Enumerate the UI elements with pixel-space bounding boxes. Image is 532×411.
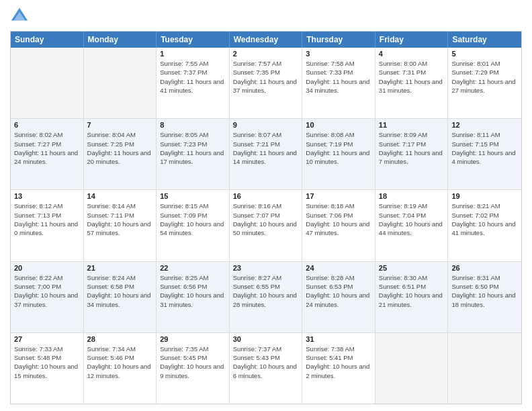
day-number: 30 (233, 335, 299, 343)
calendar-cell-16: 16Sunrise: 8:16 AMSunset: 7:07 PMDayligh… (230, 190, 303, 261)
cell-detail: Sunrise: 8:05 AMSunset: 7:23 PMDaylight:… (160, 130, 226, 166)
logo-icon (10, 7, 29, 26)
day-number: 11 (379, 121, 445, 129)
cell-detail: Sunrise: 8:14 AMSunset: 7:11 PMDaylight:… (87, 201, 153, 237)
calendar-cell-5: 5Sunrise: 8:01 AMSunset: 7:29 PMDaylight… (448, 48, 521, 118)
day-number: 16 (233, 192, 299, 200)
day-header-saturday: Saturday (448, 32, 521, 48)
calendar-cell-8: 8Sunrise: 8:05 AMSunset: 7:23 PMDaylight… (157, 119, 230, 189)
calendar-cell-12: 12Sunrise: 8:11 AMSunset: 7:15 PMDayligh… (448, 119, 521, 189)
day-number: 4 (379, 50, 445, 58)
day-number: 22 (160, 264, 226, 272)
cell-detail: Sunrise: 8:15 AMSunset: 7:09 PMDaylight:… (160, 201, 226, 237)
calendar-cell-20: 20Sunrise: 8:22 AMSunset: 7:00 PMDayligh… (11, 262, 84, 332)
day-number: 24 (306, 264, 371, 272)
cell-detail: Sunrise: 7:57 AMSunset: 7:35 PMDaylight:… (233, 59, 299, 95)
cell-detail: Sunrise: 7:35 AMSunset: 5:45 PMDaylight:… (160, 345, 226, 380)
cell-detail: Sunrise: 8:31 AMSunset: 6:50 PMDaylight:… (451, 273, 518, 309)
calendar-cell-2: 2Sunrise: 7:57 AMSunset: 7:35 PMDaylight… (230, 48, 303, 118)
calendar-cell-26: 26Sunrise: 8:31 AMSunset: 6:50 PMDayligh… (448, 262, 521, 332)
cell-detail: Sunrise: 8:18 AMSunset: 7:06 PMDaylight:… (306, 201, 371, 237)
cell-detail: Sunrise: 8:27 AMSunset: 6:55 PMDaylight:… (233, 273, 299, 309)
day-number: 7 (87, 121, 153, 129)
cell-detail: Sunrise: 8:24 AMSunset: 6:58 PMDaylight:… (87, 273, 153, 309)
calendar-cell-15: 15Sunrise: 8:15 AMSunset: 7:09 PMDayligh… (157, 190, 230, 261)
calendar-cell-17: 17Sunrise: 8:18 AMSunset: 7:06 PMDayligh… (302, 190, 375, 261)
calendar-cell-empty (84, 48, 157, 118)
cell-detail: Sunrise: 8:16 AMSunset: 7:07 PMDaylight:… (233, 201, 299, 237)
calendar-cell-25: 25Sunrise: 8:30 AMSunset: 6:51 PMDayligh… (375, 262, 449, 332)
cell-detail: Sunrise: 8:02 AMSunset: 7:27 PMDaylight:… (14, 130, 80, 166)
cell-detail: Sunrise: 8:00 AMSunset: 7:31 PMDaylight:… (379, 59, 445, 95)
calendar-cell-11: 11Sunrise: 8:09 AMSunset: 7:17 PMDayligh… (375, 119, 449, 189)
calendar-body: 1Sunrise: 7:55 AMSunset: 7:37 PMDaylight… (11, 48, 521, 404)
day-number: 29 (160, 335, 226, 343)
day-number: 17 (306, 192, 371, 200)
calendar-cell-24: 24Sunrise: 8:28 AMSunset: 6:53 PMDayligh… (302, 262, 375, 332)
day-number: 10 (306, 121, 371, 129)
cell-detail: Sunrise: 7:55 AMSunset: 7:37 PMDaylight:… (160, 59, 226, 95)
header (10, 7, 522, 26)
day-number: 6 (14, 121, 80, 129)
day-number: 15 (160, 192, 226, 200)
day-header-thursday: Thursday (302, 32, 375, 48)
day-number: 18 (379, 192, 445, 200)
day-number: 19 (451, 192, 518, 200)
calendar-cell-29: 29Sunrise: 7:35 AMSunset: 5:45 PMDayligh… (157, 333, 230, 404)
cell-detail: Sunrise: 8:28 AMSunset: 6:53 PMDaylight:… (306, 273, 371, 309)
cell-detail: Sunrise: 8:09 AMSunset: 7:17 PMDaylight:… (379, 130, 445, 166)
day-number: 28 (87, 335, 153, 343)
calendar-cell-23: 23Sunrise: 8:27 AMSunset: 6:55 PMDayligh… (230, 262, 303, 332)
calendar-cell-empty (11, 48, 84, 118)
cell-detail: Sunrise: 8:08 AMSunset: 7:19 PMDaylight:… (306, 130, 371, 166)
calendar-row-0: 1Sunrise: 7:55 AMSunset: 7:37 PMDaylight… (11, 48, 521, 118)
calendar-row-3: 20Sunrise: 8:22 AMSunset: 7:00 PMDayligh… (11, 261, 521, 332)
cell-detail: Sunrise: 7:38 AMSunset: 5:41 PMDaylight:… (306, 345, 371, 380)
day-number: 31 (306, 335, 371, 343)
cell-detail: Sunrise: 8:01 AMSunset: 7:29 PMDaylight:… (451, 59, 518, 95)
cell-detail: Sunrise: 8:04 AMSunset: 7:25 PMDaylight:… (87, 130, 153, 166)
calendar-cell-9: 9Sunrise: 8:07 AMSunset: 7:21 PMDaylight… (230, 119, 303, 189)
day-number: 5 (451, 50, 518, 58)
day-number: 2 (233, 50, 299, 58)
day-header-friday: Friday (375, 32, 449, 48)
calendar-cell-14: 14Sunrise: 8:14 AMSunset: 7:11 PMDayligh… (84, 190, 157, 261)
calendar-cell-21: 21Sunrise: 8:24 AMSunset: 6:58 PMDayligh… (84, 262, 157, 332)
calendar-cell-3: 3Sunrise: 7:58 AMSunset: 7:33 PMDaylight… (302, 48, 375, 118)
calendar-cell-10: 10Sunrise: 8:08 AMSunset: 7:19 PMDayligh… (302, 119, 375, 189)
cell-detail: Sunrise: 8:25 AMSunset: 6:56 PMDaylight:… (160, 273, 226, 309)
day-number: 27 (14, 335, 80, 343)
day-number: 23 (233, 264, 299, 272)
calendar-cell-30: 30Sunrise: 7:37 AMSunset: 5:43 PMDayligh… (230, 333, 303, 404)
calendar-cell-18: 18Sunrise: 8:19 AMSunset: 7:04 PMDayligh… (375, 190, 449, 261)
cell-detail: Sunrise: 7:37 AMSunset: 5:43 PMDaylight:… (233, 345, 299, 380)
cell-detail: Sunrise: 7:58 AMSunset: 7:33 PMDaylight:… (306, 59, 371, 95)
cell-detail: Sunrise: 8:21 AMSunset: 7:02 PMDaylight:… (451, 201, 518, 237)
calendar-row-1: 6Sunrise: 8:02 AMSunset: 7:27 PMDaylight… (11, 118, 521, 189)
day-number: 9 (233, 121, 299, 129)
cell-detail: Sunrise: 8:19 AMSunset: 7:04 PMDaylight:… (379, 201, 445, 237)
cell-detail: Sunrise: 8:11 AMSunset: 7:15 PMDaylight:… (451, 130, 518, 166)
calendar-cell-6: 6Sunrise: 8:02 AMSunset: 7:27 PMDaylight… (11, 119, 84, 189)
page: SundayMondayTuesdayWednesdayThursdayFrid… (0, 0, 532, 411)
day-number: 3 (306, 50, 371, 58)
day-number: 14 (87, 192, 153, 200)
cell-detail: Sunrise: 8:07 AMSunset: 7:21 PMDaylight:… (233, 130, 299, 166)
cell-detail: Sunrise: 8:22 AMSunset: 7:00 PMDaylight:… (14, 273, 80, 309)
cell-detail: Sunrise: 7:33 AMSunset: 5:48 PMDaylight:… (14, 345, 80, 380)
calendar-cell-4: 4Sunrise: 8:00 AMSunset: 7:31 PMDaylight… (375, 48, 449, 118)
calendar-row-2: 13Sunrise: 8:12 AMSunset: 7:13 PMDayligh… (11, 189, 521, 261)
calendar-cell-empty (448, 333, 521, 404)
cell-detail: Sunrise: 7:34 AMSunset: 5:46 PMDaylight:… (87, 345, 153, 380)
cell-detail: Sunrise: 8:30 AMSunset: 6:51 PMDaylight:… (379, 273, 445, 309)
logo (10, 7, 32, 26)
calendar-cell-empty (375, 333, 449, 404)
day-number: 8 (160, 121, 226, 129)
day-number: 25 (379, 264, 445, 272)
calendar-cell-31: 31Sunrise: 7:38 AMSunset: 5:41 PMDayligh… (302, 333, 375, 404)
cell-detail: Sunrise: 8:12 AMSunset: 7:13 PMDaylight:… (14, 201, 80, 237)
calendar-cell-27: 27Sunrise: 7:33 AMSunset: 5:48 PMDayligh… (11, 333, 84, 404)
day-header-wednesday: Wednesday (230, 32, 303, 48)
calendar-row-4: 27Sunrise: 7:33 AMSunset: 5:48 PMDayligh… (11, 332, 521, 404)
calendar-cell-19: 19Sunrise: 8:21 AMSunset: 7:02 PMDayligh… (448, 190, 521, 261)
